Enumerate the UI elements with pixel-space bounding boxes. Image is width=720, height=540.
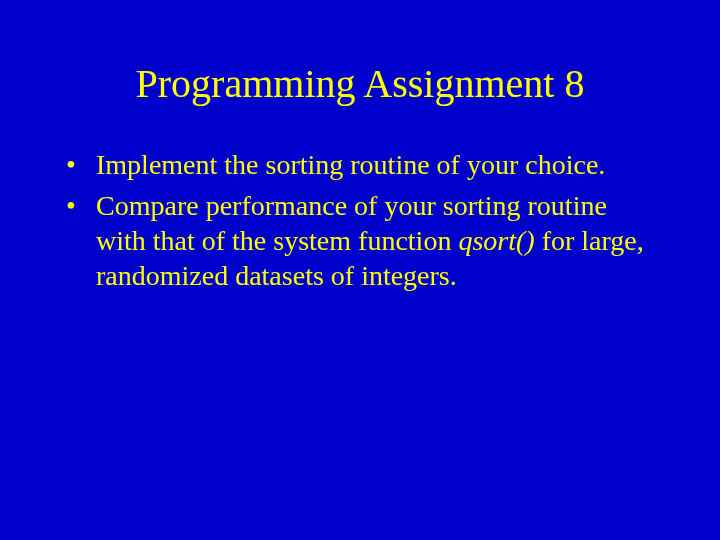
- bullet-text: Implement the sorting routine of your ch…: [96, 149, 605, 180]
- bullet-emph: qsort(): [458, 225, 534, 256]
- bullet-list: Implement the sorting routine of your ch…: [60, 147, 660, 293]
- list-item: Implement the sorting routine of your ch…: [60, 147, 660, 182]
- slide: Programming Assignment 8 Implement the s…: [0, 0, 720, 540]
- slide-body: Implement the sorting routine of your ch…: [0, 117, 720, 293]
- slide-title: Programming Assignment 8: [0, 0, 720, 117]
- list-item: Compare performance of your sorting rout…: [60, 188, 660, 293]
